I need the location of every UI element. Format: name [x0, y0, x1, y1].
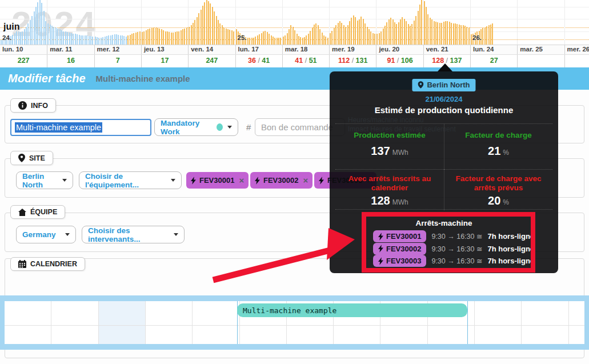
chart-day-column[interactable]	[283, 0, 330, 45]
mini-bar	[415, 16, 416, 45]
mini-bar	[169, 32, 170, 45]
metric-cell: Facteur de charge avec arrêts prévus20%	[444, 169, 552, 210]
mini-bar	[39, 0, 41, 45]
mini-bar	[261, 33, 262, 45]
mini-bar	[443, 22, 444, 45]
bolt-icon	[319, 177, 324, 185]
chart-day-column[interactable]	[189, 0, 235, 45]
mini-bar	[18, 31, 19, 45]
mini-bar	[102, 37, 103, 45]
date-label: mar. 11	[47, 45, 94, 55]
mini-bar	[339, 21, 340, 45]
mini-bar	[114, 34, 115, 45]
mini-bar	[65, 31, 66, 45]
gantt-gridline	[568, 301, 569, 344]
mini-bar	[208, 1, 209, 45]
metric-cell: Facteur de charge21%	[444, 124, 552, 169]
metric-unit: MWh	[392, 198, 408, 206]
week-number-label: 24.	[2, 34, 11, 41]
mini-bar	[47, 23, 49, 45]
mini-bar	[334, 28, 335, 45]
chart-day-column[interactable]	[376, 0, 423, 45]
gantt-gridline	[192, 301, 193, 344]
mini-bar	[327, 38, 328, 45]
mini-bar	[453, 23, 454, 45]
mini-bar	[430, 18, 431, 45]
day-value: 36 / 41	[235, 55, 282, 67]
mini-bar	[464, 26, 466, 45]
chart-day-column[interactable]	[518, 0, 564, 45]
mini-bar	[253, 38, 254, 45]
mini-bar	[265, 31, 266, 45]
team-select[interactable]: Germany	[16, 226, 76, 243]
mini-bar	[396, 24, 397, 45]
mini-bar	[130, 35, 131, 45]
mini-bar	[236, 29, 237, 45]
mini-bar	[484, 27, 486, 45]
mini-bar	[257, 35, 258, 45]
close-icon[interactable]: ×	[239, 175, 244, 185]
week-number-label: 26.	[472, 34, 482, 41]
month-label: juin	[3, 22, 19, 32]
mini-bar	[287, 33, 288, 45]
mini-bar	[251, 38, 253, 45]
mini-bar	[319, 29, 320, 45]
work-type-color-dot	[217, 123, 223, 131]
mini-bar	[123, 36, 125, 45]
team-value: Germany	[22, 230, 56, 239]
gantt-calendar: Multi-machine example	[0, 295, 589, 350]
mini-bar	[360, 17, 362, 45]
mini-bar	[376, 34, 378, 45]
work-type-select[interactable]: Mandatory Work	[154, 118, 238, 136]
info-icon	[18, 101, 27, 110]
day-value: 227	[0, 55, 47, 67]
chart-day-column[interactable]	[47, 0, 94, 45]
mini-bar	[414, 21, 415, 45]
date-label: lun. 10	[0, 45, 47, 55]
close-icon[interactable]: ×	[303, 175, 308, 185]
mini-bar	[363, 19, 364, 45]
mini-bar	[255, 37, 256, 45]
chart-day-column[interactable]	[95, 0, 142, 45]
task-bar-label: Multi-machine example	[243, 306, 336, 315]
mini-bar	[92, 37, 93, 45]
mini-bar	[427, 14, 428, 45]
mini-bar	[127, 35, 129, 45]
mini-bar	[216, 16, 217, 45]
pin-icon	[418, 81, 423, 89]
mini-bar	[302, 38, 303, 45]
mini-bar	[143, 31, 145, 45]
task-bar[interactable]: Multi-machine example	[237, 303, 467, 317]
mini-bar	[69, 33, 70, 45]
mini-bar	[35, 7, 37, 45]
mini-bar	[441, 23, 442, 45]
mini-bar	[259, 34, 260, 45]
mini-bar	[293, 27, 294, 45]
metric-unit: %	[503, 149, 509, 157]
mini-bar	[418, 11, 419, 45]
site-select[interactable]: Berlin North	[16, 171, 73, 189]
mini-bar	[153, 27, 154, 45]
equipment-tag[interactable]: FEV30002×	[250, 172, 312, 189]
task-name-input[interactable]: Multi-machine example	[10, 119, 151, 136]
mini-bar	[233, 31, 234, 45]
chart-day-column[interactable]	[330, 0, 376, 45]
mini-bar	[424, 1, 425, 45]
equipment-select[interactable]: Choisir de l'équipement...	[79, 171, 182, 189]
page-title: Modifier tâche	[8, 72, 86, 85]
equipment-tag[interactable]: FEV30001×	[186, 172, 249, 189]
mini-bar	[63, 31, 64, 45]
mini-bar	[77, 34, 78, 45]
gantt-gridline	[521, 301, 522, 344]
chart-day-column[interactable]	[565, 0, 589, 45]
metric-label: Facteur de charge	[452, 131, 544, 140]
mini-bar	[400, 19, 401, 45]
chart-day-column[interactable]	[142, 0, 189, 45]
people-select[interactable]: Choisir des intervenants...	[82, 226, 185, 243]
mini-bar	[434, 21, 435, 45]
mini-bar	[379, 33, 380, 45]
mini-bar	[182, 29, 183, 45]
chart-day-column[interactable]	[424, 0, 471, 45]
mini-bar	[177, 31, 178, 45]
mini-bar	[30, 20, 31, 45]
